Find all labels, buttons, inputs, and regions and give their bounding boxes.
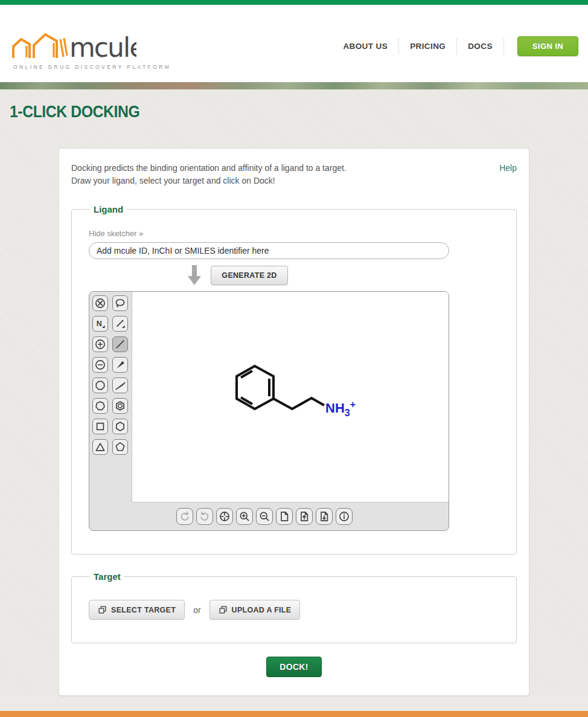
undo-icon	[176, 508, 193, 525]
ligand-legend: Ligand	[90, 204, 127, 214]
ring-3-icon[interactable]	[92, 439, 108, 455]
intro-line-1: Docking predicts the binding orientation…	[71, 162, 347, 175]
logo-wordmark: mcule	[69, 32, 136, 60]
bond-menu-icon[interactable]	[112, 316, 128, 332]
target-legend: Target	[90, 571, 124, 582]
zoom-in-icon[interactable]	[236, 508, 253, 525]
info-icon[interactable]	[336, 508, 353, 525]
zoom-out-icon[interactable]	[256, 508, 273, 525]
upload-file-label: UPLOAD A FILE	[232, 606, 292, 614]
site-header: mcule ONLINE DRUG DISCOVERY PLATFORM ABO…	[0, 5, 588, 82]
mcule-logo-icon: mcule	[11, 29, 136, 60]
nav-separator	[503, 39, 504, 54]
down-arrow-icon	[187, 265, 202, 286]
target-section: Target SELECT TARGET or UPLOAD A FILE	[71, 571, 517, 643]
nav-separator	[398, 39, 399, 54]
wedge-bond-icon[interactable]	[112, 357, 128, 373]
single-bond-icon[interactable]	[112, 336, 128, 352]
molecule-drawing: NH3+	[235, 358, 374, 425]
ring-5-icon[interactable]	[112, 439, 128, 455]
intro-text: Docking predicts the binding orientation…	[71, 162, 347, 187]
hash-bond-icon[interactable]	[112, 378, 128, 393]
mcule-logo[interactable]: mcule ONLINE DRUG DISCOVERY PLATFORM	[11, 29, 171, 70]
ligand-section: Ligand Hide sketcher » GENERATE 2D N	[71, 204, 517, 555]
import-icon[interactable]	[296, 508, 313, 525]
ring-6-icon[interactable]	[112, 419, 128, 434]
window-icon	[219, 605, 228, 614]
charge-plus-icon[interactable]	[92, 336, 108, 352]
ring-4-icon[interactable]	[92, 419, 108, 434]
main-nav: ABOUT US PRICING DOCS SIGN IN	[336, 36, 578, 56]
footer-orange-bar	[0, 711, 588, 717]
upload-file-button[interactable]: UPLOAD A FILE	[209, 600, 301, 620]
or-separator: or	[193, 605, 200, 615]
atom-menu-icon[interactable]: N	[92, 316, 108, 332]
window-icon	[98, 605, 107, 614]
intro-line-2: Draw your ligand, select your target and…	[71, 175, 347, 187]
svg-text:N: N	[97, 320, 102, 328]
hide-sketcher-link[interactable]: Hide sketcher »	[89, 229, 143, 238]
sketcher-bottom-toolbar	[132, 503, 449, 530]
docking-card: Docking predicts the binding orientation…	[59, 148, 529, 696]
top-green-bar	[0, 0, 588, 5]
center-icon[interactable]	[216, 508, 233, 525]
select-target-button[interactable]: SELECT TARGET	[89, 600, 185, 620]
charge-minus-icon[interactable]	[92, 357, 108, 373]
nav-pricing[interactable]: PRICING	[403, 36, 453, 56]
nh3-label: NH3+	[325, 399, 356, 418]
select-target-label: SELECT TARGET	[111, 606, 176, 614]
sketcher-canvas[interactable]: NH3+	[132, 292, 449, 503]
redo-icon	[196, 508, 213, 525]
nav-docs[interactable]: DOCS	[461, 36, 500, 56]
molecule-sketcher: N NH3+	[89, 291, 449, 531]
generate-row: GENERATE 2D	[57, 265, 418, 286]
new-document-icon[interactable]	[276, 508, 293, 525]
page-content: 1-CLICK DOCKING Docking predicts the bin…	[0, 89, 588, 696]
header-banner-image	[0, 82, 588, 89]
benzene-ring-icon[interactable]	[112, 398, 128, 414]
ligand-identifier-input[interactable]	[89, 242, 449, 259]
generate-2d-button[interactable]: GENERATE 2D	[211, 266, 287, 285]
nav-about-us[interactable]: ABOUT US	[336, 36, 395, 56]
target-buttons-row: SELECT TARGET or UPLOAD A FILE	[89, 600, 499, 620]
ring-7-icon[interactable]	[92, 398, 108, 414]
sketcher-left-toolbar: N	[89, 292, 132, 530]
clear-icon[interactable]	[92, 295, 108, 311]
sign-in-button[interactable]: SIGN IN	[517, 36, 578, 56]
help-link[interactable]: Help	[499, 162, 517, 187]
select-lasso-icon[interactable]	[112, 295, 128, 311]
nav-separator	[456, 39, 457, 54]
export-icon[interactable]	[316, 508, 333, 525]
page-title: 1-CLICK DOCKING	[10, 103, 542, 121]
intro-block: Docking predicts the binding orientation…	[71, 162, 517, 187]
logo-tagline: ONLINE DRUG DISCOVERY PLATFORM	[11, 64, 171, 70]
ring-8-icon[interactable]	[92, 378, 108, 393]
dock-button[interactable]: DOCK!	[266, 657, 321, 677]
